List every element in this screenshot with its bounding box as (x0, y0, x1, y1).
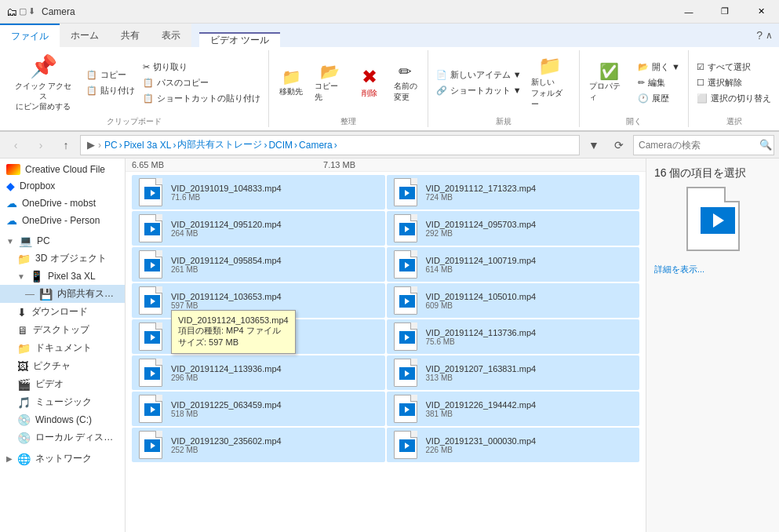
address-path[interactable]: ▶ › PC › Pixel 3a XL › 内部共有ストレージ › DCIM … (80, 135, 580, 155)
sidebar-item-downloads[interactable]: ⬇ ダウンロード (0, 303, 125, 321)
pictures-icon: 🖼 (17, 360, 28, 373)
file-name: VID_20191112_171323.mp4 (426, 184, 635, 193)
file-size: 75.6 MB (426, 337, 635, 346)
sidebar-item-desktop[interactable]: 🖥 デスクトップ (0, 321, 125, 339)
sidebar-item-pixel[interactable]: ▼ 📱 Pixel 3a XL (0, 268, 125, 285)
deselect-button[interactable]: ☐選択解除 (693, 75, 774, 90)
open-dropdown-button[interactable]: 📂開く ▼ (635, 60, 683, 75)
file-item[interactable]: VID_20191019_104833.mp4 71.6 MB (132, 175, 385, 210)
move-to-button[interactable]: 📁 移動先 (274, 64, 308, 100)
file-play (151, 370, 155, 377)
sidebar-item-pc[interactable]: ▼ 💻 PC (0, 232, 125, 250)
file-item[interactable]: VID_20191124_103653.mp4 597 MB (132, 283, 385, 318)
sidebar-item-pictures[interactable]: 🖼 ピクチャ (0, 357, 125, 375)
sidebar-item-onedrive-2[interactable]: ☁ OneDrive - Person (0, 212, 125, 229)
sidebar-item-network[interactable]: ▶ 🌐 ネットワーク (0, 450, 125, 468)
cut-button[interactable]: ✂切り取り (140, 60, 264, 75)
path-storage[interactable]: 内部共有ストレージ (177, 138, 262, 151)
tab-home[interactable]: ホーム (60, 24, 110, 47)
sidebar-item-onedrive-1[interactable]: ☁ OneDrive - mobst (0, 195, 125, 212)
sidebar-item-creative-cloud[interactable]: Creative Cloud File (0, 162, 125, 177)
file-name: VID_20191124_105638.mp4 (171, 328, 380, 337)
tab-view[interactable]: 表示 (151, 24, 191, 47)
search-icon[interactable]: 🔍 (759, 139, 772, 151)
file-item[interactable]: VID_20191226_194442.mp4 381 MB (387, 392, 640, 426)
paste-shortcut-button[interactable]: 📋ショートカットの貼り付け (140, 91, 264, 106)
file-page (139, 286, 162, 315)
refresh-button[interactable]: ⟳ (608, 134, 630, 156)
file-item[interactable]: VID_20191124_095854.mp4 261 MB (132, 247, 385, 282)
copy-button[interactable]: 📋コピー (83, 67, 138, 82)
file-item[interactable]: VID_20191231_000030.mp4 226 MB (387, 428, 640, 462)
file-name: VID_20191225_063459.mp4 (171, 400, 380, 410)
delete-button[interactable]: ✖ 削除 (352, 63, 387, 102)
path-camera[interactable]: Camera (299, 140, 333, 151)
file-item[interactable]: VID_20191124_095120.mp4 264 MB (132, 211, 385, 246)
forward-button[interactable]: › (30, 134, 52, 156)
new-item-button[interactable]: 📄新しいアイテム ▼ (433, 67, 525, 82)
file-item[interactable]: VID_20191225_063459.mp4 518 MB (132, 392, 385, 426)
organize-label: 整理 (274, 116, 423, 127)
details-panel: 16 個の項目を選択 詳細を表示... (646, 159, 779, 532)
sidebar-item-windows-c[interactable]: 💿 Windows (C:) (0, 411, 125, 428)
file-info: VID_20191124_095120.mp4 264 MB (171, 220, 380, 238)
path-pixel[interactable]: Pixel 3a XL (124, 140, 172, 151)
sidebar-item-storage[interactable]: — 💾 内部共有ストレ... (0, 285, 125, 303)
file-item[interactable]: VID_20191124_113936.mp4 296 MB (132, 355, 385, 390)
file-item[interactable]: VID_20191124_105010.mp4 609 MB (387, 283, 640, 318)
sidebar-item-videos[interactable]: 🎬 ビデオ (0, 375, 125, 393)
edit-button[interactable]: ✏編集 (635, 75, 683, 90)
tab-share[interactable]: 共有 (110, 24, 151, 47)
minimize-button[interactable]: — (671, 0, 707, 24)
expand-ribbon-icon[interactable]: ∧ (766, 30, 773, 41)
file-item[interactable]: VID_20191124_113736.mp4 75.6 MB (387, 319, 640, 354)
file-item[interactable]: VID_20191230_235602.mp4 252 MB (132, 428, 385, 462)
open-items: ✅ プロパティ 📂開く ▼ ✏編集 🕐展歴 (584, 50, 683, 115)
pin-to-quick-access-button[interactable]: 📌 クイック アクセスにピン留めする (5, 50, 82, 115)
history-button[interactable]: 🕐展歴 (635, 91, 683, 106)
maximize-button[interactable]: ❐ (707, 0, 743, 24)
file-info: VID_20191207_163831.mp4 313 MB (426, 364, 635, 382)
up-button[interactable]: ↑ (55, 134, 77, 156)
back-button[interactable]: ‹ (5, 134, 27, 156)
sidebar-item-3d[interactable]: 📁 3D オブジェクト (0, 250, 125, 268)
invert-select-button[interactable]: ⬜選択の切り替え (693, 91, 774, 106)
file-name: VID_20191231_000030.mp4 (426, 436, 635, 446)
sidebar-item-music[interactable]: 🎵 ミュージック (0, 393, 125, 411)
file-item[interactable]: VID_20191124_105638.mp4 360 MB (132, 319, 385, 354)
open-button[interactable]: ✅ プロパティ (584, 59, 633, 106)
path-recent-icon: ▶ (87, 139, 95, 151)
select-all-button[interactable]: ☑すべて選択 (693, 60, 774, 75)
organize-items: 📁 移動先 📂 コピー先 ✖ 削除 ✏ 名前の変更 (274, 50, 423, 115)
sidebar-item-dropbox[interactable]: ◆ Dropbox (0, 177, 125, 195)
details-link[interactable]: 詳細を表示... (654, 264, 704, 275)
tab-video-tools[interactable]: ビデオ ツール (199, 32, 280, 47)
search-input[interactable] (639, 140, 756, 151)
file-item[interactable]: VID_20191112_171323.mp4 724 MB (387, 175, 640, 210)
file-icon (137, 214, 165, 242)
tab-file[interactable]: ファイル (0, 24, 60, 47)
file-area: 6.65 MB 7.13 MB VID_20191019_104833.mp4 … (126, 159, 646, 532)
path-dcim[interactable]: DCIM (268, 140, 293, 151)
file-item[interactable]: VID_20191124_100719.mp4 614 MB (387, 247, 640, 282)
videos-icon: 🎬 (17, 378, 31, 391)
shortcut-button[interactable]: 🔗ショートカット ▼ (433, 83, 525, 98)
network-icon: 🌐 (17, 453, 31, 465)
file-item[interactable]: VID_20191124_095703.mp4 292 MB (387, 211, 640, 246)
onedrive-2-icon: ☁ (6, 214, 17, 227)
file-item[interactable]: VID_20191207_163831.mp4 313 MB (387, 355, 640, 390)
sidebar-item-local-d[interactable]: 💿 ローカル ディスク (D (0, 428, 125, 446)
main-area: Creative Cloud File ◆ Dropbox ☁ OneDrive… (0, 159, 779, 532)
help-icon[interactable]: ? (756, 29, 763, 42)
copy-to-button[interactable]: 📂 コピー先 (310, 59, 351, 106)
file-page (394, 359, 417, 387)
copy-path-button[interactable]: 📋パスのコピー (140, 75, 264, 90)
paste-button[interactable]: 📋貼り付け (83, 83, 138, 98)
sidebar-item-documents[interactable]: 📁 ドキュメント (0, 339, 125, 357)
path-dropdown-button[interactable]: ▼ (583, 134, 605, 156)
file-badge (399, 295, 415, 308)
new-folder-button[interactable]: 📁 新しいフォルダー (526, 52, 575, 113)
rename-button[interactable]: ✏ 名前の変更 (388, 59, 423, 106)
close-button[interactable]: ✕ (743, 0, 779, 24)
path-pc[interactable]: PC (104, 140, 118, 151)
